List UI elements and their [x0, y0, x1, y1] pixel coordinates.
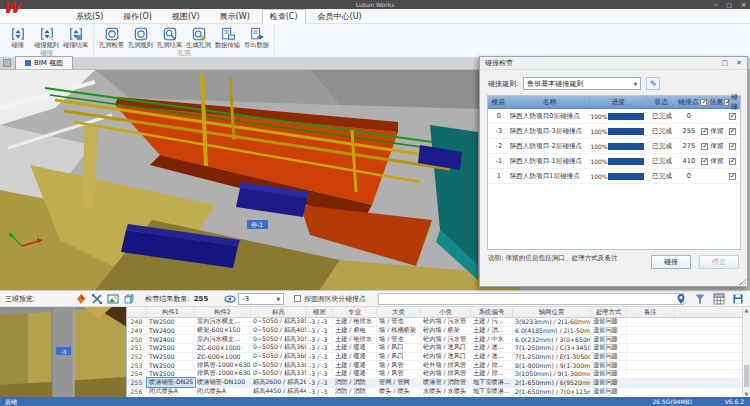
stop-button[interactable]: 停止 — [699, 255, 739, 269]
detail-header-cell[interactable] — [127, 307, 147, 317]
dialog-header-cell[interactable]: 信息 — [700, 96, 724, 108]
menu-item-4[interactable]: 检查(C) — [262, 9, 306, 24]
ribbon-button-collision-result[interactable]: 碰撞结果 — [61, 25, 90, 50]
filter-input[interactable] — [378, 293, 684, 305]
filter-funnel-icon[interactable] — [694, 293, 706, 305]
cell-info[interactable]: 保留 — [701, 142, 725, 151]
menu-bar: 系统(S)操作(O)视图(V)展示(W)检查(C)会员中心(U) — [0, 9, 750, 24]
scrollbar-thumb[interactable] — [744, 365, 749, 387]
dialog-table-row[interactable]: -2陕西人防项目-2层碰撞点100%已完成275保留 — [488, 139, 740, 154]
ribbon-button-data-export[interactable]: 导出数据 — [242, 25, 271, 50]
detail-cell-c2: 喷淋钢管-DN100 — [195, 378, 251, 387]
ribbon-button-collision-rule[interactable]: ✎碰撞规则 — [32, 25, 61, 50]
dialog-close-icon[interactable]: ✕ — [736, 59, 742, 67]
snapshot-icon[interactable] — [107, 293, 119, 305]
cell-collide[interactable] — [724, 143, 740, 150]
tab-bim-view[interactable]: BIM 视图 — [15, 56, 73, 69]
detail-cell-sys: 土建 / 排... — [471, 361, 513, 370]
locate-pin-icon[interactable] — [675, 293, 687, 305]
floor-filter-value: -3 — [242, 295, 249, 303]
resize-grip[interactable] — [739, 278, 746, 285]
detail-cell-grid: 2(1-650mm) / 6(9520mm) — [513, 379, 591, 386]
table-scrollbar[interactable]: ▲ ▼ — [742, 307, 750, 397]
info-checkbox[interactable] — [701, 158, 708, 165]
3d-preview-panel[interactable]: -3 — [0, 307, 127, 397]
menu-item-3[interactable]: 展示(W) — [212, 9, 258, 24]
collide-checkbox[interactable] — [729, 173, 736, 180]
floor-filter-select[interactable]: -3 ▼ — [238, 293, 284, 305]
maximize-icon[interactable]: ▢ — [726, 0, 732, 9]
detail-cell-elev: 标高4450 / 标高4450 — [251, 387, 307, 396]
ribbon-button-data-transfer[interactable]: 数据传输 — [213, 25, 242, 50]
dialog-header-cell[interactable]: 楼层 — [488, 96, 510, 108]
ribbon-button-collision[interactable]: 碰撞 — [3, 25, 32, 50]
detail-table-row[interactable]: 256闭式喷头A闭式喷头A标高4450 / 标高4450-3 / -3消防 / … — [127, 388, 750, 397]
collide-checkbox[interactable] — [729, 113, 736, 120]
detail-header-cell[interactable]: 系统编号 — [471, 307, 513, 317]
cell-name: 陕西人防项目1层碰撞点 — [510, 172, 591, 181]
dialog-table-row[interactable]: -1陕西人防项目-1层碰撞点100%已完成410保留 — [488, 154, 740, 169]
ribbon-button-hole-generate[interactable]: 生成孔洞 — [184, 25, 213, 50]
viewport-menu-icon[interactable] — [3, 59, 11, 67]
cell-info[interactable]: 保留 — [701, 127, 725, 136]
ribbon-button-hole-result[interactable]: 孔洞结果 — [155, 25, 184, 50]
rule-select[interactable]: 鲁班基本碰撞规则 ▼ — [523, 77, 641, 90]
detail-cell-elev: 0~5050 / 标高3350 — [251, 369, 307, 378]
dialog-header-cell[interactable]: 状态 — [647, 96, 677, 108]
dialog-header-cell[interactable]: 进度 — [590, 96, 647, 108]
colorize-icon[interactable] — [75, 293, 87, 305]
ribbon-button-hole-rule[interactable]: ✎孔洞规则 — [126, 25, 155, 50]
save-icon[interactable] — [732, 293, 744, 305]
menu-item-1[interactable]: 操作(O) — [115, 9, 160, 24]
split-checkbox-row[interactable]: 按图面区块分碰撞点 — [294, 294, 365, 304]
detail-header-cell[interactable]: 楼层 — [307, 307, 333, 317]
detail-header-cell[interactable]: 小类 — [421, 307, 471, 317]
detail-cell-major: 土建 / 暖通 — [333, 343, 377, 352]
detail-header-cell[interactable]: 备注 — [627, 307, 675, 317]
detail-header-cell[interactable]: 构件1 — [147, 307, 195, 317]
info-checkbox[interactable] — [701, 128, 708, 135]
menu-item-2[interactable]: 视图(V) — [164, 9, 208, 24]
collide-checkbox[interactable] — [729, 143, 736, 150]
menu-item-5[interactable]: 会员中心(U) — [310, 9, 370, 24]
cube-view-icon[interactable] — [123, 293, 135, 305]
scroll-up-icon[interactable]: ▲ — [743, 307, 750, 313]
dialog-maximize-icon[interactable]: ▢ — [722, 59, 729, 67]
close-icon[interactable]: ✕ — [741, 0, 746, 9]
ribbon-group-label: 孔洞 — [94, 49, 274, 58]
cell-collide[interactable] — [724, 128, 740, 135]
cell-collide[interactable] — [724, 158, 740, 165]
fit-view-icon[interactable] — [91, 293, 103, 305]
minimize-icon[interactable]: ─ — [714, 0, 718, 9]
collide-checkbox[interactable] — [729, 158, 736, 165]
dialog-header-cell[interactable]: 名称 — [510, 96, 591, 108]
detail-header-cell[interactable]: 处理方式 — [591, 307, 627, 317]
cell-collide[interactable] — [724, 113, 740, 120]
dialog-table-row[interactable]: 0陕西人防项目0层碰撞点100%已完成0 — [488, 109, 740, 124]
detail-header-cell[interactable]: 大类 — [377, 307, 421, 317]
ribbon-button-hole-check[interactable]: 孔洞检查 — [97, 25, 126, 50]
dialog-header-cell[interactable]: 碰撞 — [724, 96, 740, 108]
edit-rule-button[interactable]: ✎ — [646, 77, 660, 90]
dialog-table-row[interactable]: -3陕西人防项目-3层碰撞点100%已完成255保留 — [488, 124, 740, 139]
detail-header-cell[interactable]: 标高 — [251, 307, 307, 317]
menu-item-0[interactable]: 系统(S) — [68, 9, 111, 24]
header-checkbox[interactable] — [700, 99, 707, 106]
detail-header-cell[interactable]: 专业 — [333, 307, 377, 317]
detail-header-cell[interactable]: 构件2 — [195, 307, 251, 317]
cell-collide[interactable] — [724, 173, 740, 180]
split-checkbox[interactable] — [294, 295, 301, 302]
header-checkbox[interactable] — [724, 99, 729, 106]
cell-info[interactable]: 保留 — [701, 157, 725, 166]
dialog-table-row[interactable]: 1陕西人防项目1层碰撞点100%已完成0 — [488, 169, 740, 184]
table-grid-icon[interactable] — [713, 293, 725, 305]
collide-checkbox[interactable] — [729, 128, 736, 135]
detail-header-cell[interactable]: 轴网位置 — [513, 307, 591, 317]
dialog-title-bar[interactable]: 碰撞检查 ▢ ✕ — [480, 57, 747, 70]
dialog-header-cell[interactable]: 碰撞点 — [677, 96, 701, 108]
detail-cell-grid: 3(9233mm) / 2(1-60mm) — [513, 318, 591, 325]
eye-icon[interactable] — [224, 293, 236, 305]
detail-cell-c1: TW2500 — [147, 362, 195, 369]
info-checkbox[interactable] — [701, 143, 708, 150]
collide-button[interactable]: 碰撞 — [651, 255, 691, 269]
